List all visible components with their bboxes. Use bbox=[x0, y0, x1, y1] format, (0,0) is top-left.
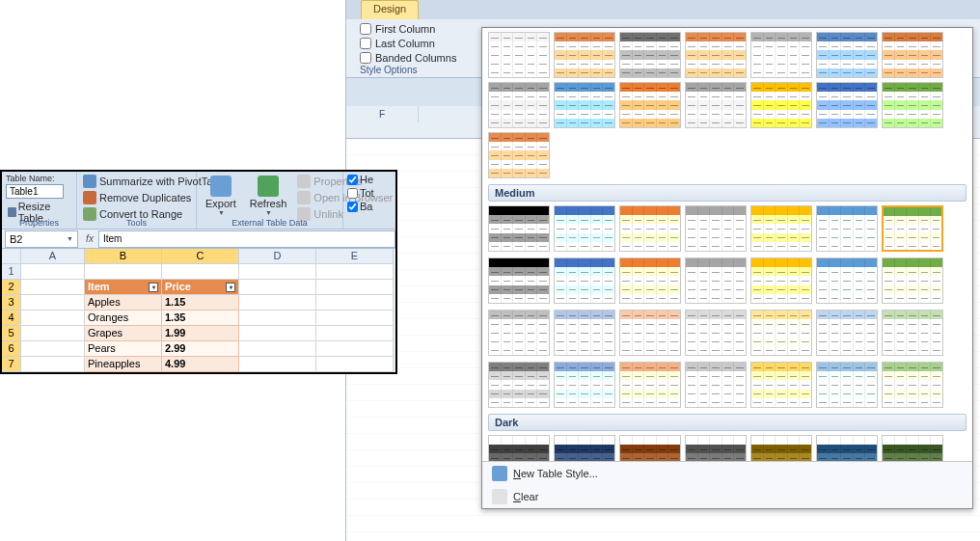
cell[interactable] bbox=[239, 341, 316, 357]
banded-columns-checkbox[interactable]: Banded Columns bbox=[360, 52, 456, 64]
table-style-swatch[interactable] bbox=[488, 435, 550, 461]
table-style-swatch[interactable] bbox=[882, 32, 943, 78]
table-style-swatch[interactable] bbox=[488, 257, 550, 304]
clear-style-button[interactable]: CClearlear bbox=[482, 485, 972, 508]
table-style-swatch[interactable] bbox=[685, 82, 747, 128]
cell[interactable] bbox=[21, 264, 85, 280]
table-style-swatch[interactable] bbox=[554, 205, 615, 252]
cell[interactable] bbox=[239, 326, 316, 341]
cell[interactable] bbox=[239, 264, 316, 280]
table-style-swatch[interactable] bbox=[750, 362, 812, 408]
table-style-swatch[interactable] bbox=[488, 205, 550, 252]
table-style-swatch[interactable] bbox=[685, 362, 747, 408]
tab-design[interactable]: Design bbox=[361, 0, 419, 19]
cell[interactable] bbox=[316, 280, 394, 295]
table-header-cell[interactable]: Price▾ bbox=[162, 280, 239, 295]
table-cell[interactable]: Pineapples bbox=[85, 357, 162, 372]
table-style-swatch[interactable] bbox=[882, 257, 943, 304]
table-cell[interactable]: 1.15 bbox=[162, 295, 239, 311]
table-style-swatch[interactable] bbox=[685, 257, 747, 304]
table-style-swatch[interactable] bbox=[816, 435, 878, 461]
banded-rows-checkbox[interactable]: Ba bbox=[347, 201, 372, 212]
cell[interactable] bbox=[21, 295, 85, 311]
cell[interactable] bbox=[21, 280, 85, 295]
column-header[interactable]: D bbox=[239, 249, 316, 264]
table-style-swatch[interactable] bbox=[750, 435, 812, 461]
cell[interactable] bbox=[316, 357, 394, 372]
column-header[interactable]: C bbox=[162, 249, 239, 264]
column-header[interactable]: E bbox=[316, 249, 394, 264]
cell[interactable] bbox=[239, 280, 316, 295]
gallery-scroll[interactable]: Medium Dark bbox=[482, 28, 972, 461]
header-row-checkbox[interactable]: He bbox=[347, 174, 373, 185]
table-style-swatch[interactable] bbox=[685, 310, 747, 356]
fx-icon[interactable]: fx bbox=[81, 233, 98, 244]
new-table-style-button[interactable]: NNew Table Style...ew Table Style... bbox=[482, 462, 972, 485]
row-header[interactable]: 7 bbox=[2, 357, 21, 372]
table-style-swatch[interactable] bbox=[750, 32, 812, 78]
table-style-swatch[interactable] bbox=[619, 362, 681, 408]
remove-duplicates-button[interactable]: Remove Duplicates bbox=[81, 190, 193, 205]
table-style-swatch[interactable] bbox=[554, 82, 615, 128]
table-style-swatch[interactable] bbox=[685, 435, 747, 461]
cell[interactable] bbox=[21, 311, 85, 326]
table-style-swatch[interactable] bbox=[619, 257, 681, 304]
cell[interactable] bbox=[21, 326, 85, 341]
table-cell[interactable]: 4.99 bbox=[162, 357, 239, 372]
table-style-swatch[interactable] bbox=[619, 310, 681, 356]
row-header[interactable]: 3 bbox=[2, 295, 21, 311]
table-style-swatch[interactable] bbox=[816, 205, 878, 252]
refresh-button[interactable]: Refresh▼ bbox=[245, 174, 292, 218]
filter-dropdown-icon[interactable]: ▾ bbox=[226, 283, 235, 292]
cell[interactable] bbox=[21, 357, 85, 372]
table-style-swatch[interactable] bbox=[554, 257, 615, 304]
select-all-corner[interactable] bbox=[2, 249, 21, 264]
table-style-swatch[interactable] bbox=[619, 32, 681, 78]
table-style-swatch[interactable] bbox=[554, 310, 615, 356]
table-style-swatch[interactable] bbox=[488, 132, 550, 178]
table-cell[interactable]: 1.99 bbox=[162, 326, 239, 341]
table-style-swatch[interactable] bbox=[750, 82, 812, 128]
table-name-input[interactable] bbox=[6, 184, 64, 199]
cell[interactable] bbox=[85, 372, 162, 374]
cell[interactable] bbox=[316, 326, 394, 341]
cell[interactable] bbox=[316, 372, 394, 374]
table-style-swatch[interactable] bbox=[685, 205, 747, 252]
table-cell[interactable]: Apples bbox=[85, 295, 162, 311]
formula-input[interactable]: Item bbox=[98, 230, 395, 248]
table-cell[interactable]: Oranges bbox=[85, 311, 162, 326]
table-style-swatch[interactable] bbox=[554, 362, 615, 408]
table-style-swatch[interactable] bbox=[619, 82, 681, 128]
table-style-swatch[interactable] bbox=[554, 435, 615, 461]
table-style-swatch[interactable] bbox=[750, 205, 812, 252]
cell[interactable] bbox=[21, 341, 85, 357]
cell[interactable] bbox=[239, 372, 316, 374]
table-cell[interactable]: 2.99 bbox=[162, 341, 239, 357]
cell[interactable] bbox=[85, 264, 162, 280]
name-box[interactable]: B2▼ bbox=[5, 230, 78, 248]
table-style-swatch[interactable] bbox=[816, 362, 878, 408]
table-style-swatch[interactable] bbox=[882, 435, 943, 461]
table-style-swatch[interactable] bbox=[816, 82, 878, 128]
table-style-swatch[interactable] bbox=[685, 32, 747, 78]
first-column-checkbox[interactable]: First Column bbox=[360, 23, 456, 35]
table-style-swatch[interactable] bbox=[882, 310, 943, 356]
cell[interactable] bbox=[316, 295, 394, 311]
row-header[interactable]: 4 bbox=[2, 311, 21, 326]
table-style-swatch[interactable] bbox=[488, 310, 550, 356]
spreadsheet[interactable]: ABCDE12Item▾Price▾3Apples1.154Oranges1.3… bbox=[2, 249, 395, 374]
total-row-checkbox[interactable]: Tot bbox=[347, 187, 374, 199]
column-header[interactable]: B bbox=[85, 249, 162, 264]
table-style-swatch[interactable] bbox=[488, 32, 550, 78]
export-button[interactable]: Export▼ bbox=[201, 174, 241, 218]
cell[interactable] bbox=[21, 372, 85, 374]
table-style-swatch[interactable] bbox=[816, 310, 878, 356]
table-cell[interactable]: Pears bbox=[85, 341, 162, 357]
table-style-swatch[interactable] bbox=[882, 205, 943, 252]
row-header[interactable]: 2 bbox=[2, 280, 21, 295]
cell[interactable] bbox=[316, 341, 394, 357]
table-header-cell[interactable]: Item▾ bbox=[85, 280, 162, 295]
row-header[interactable]: 1 bbox=[2, 264, 21, 280]
last-column-checkbox[interactable]: Last Column bbox=[360, 38, 456, 49]
cell[interactable] bbox=[239, 311, 316, 326]
